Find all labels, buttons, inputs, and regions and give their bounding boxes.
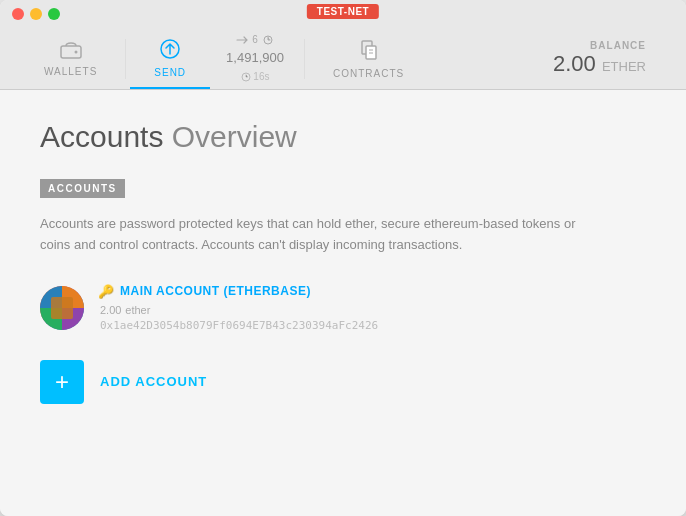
account-avatar	[40, 286, 84, 330]
description-text: Accounts are password protected keys tha…	[40, 214, 600, 256]
network-info: 6 1,491,900 16s	[210, 32, 300, 85]
testnet-badge: TEST-NET	[307, 4, 379, 19]
nav-bar: WALLETS SEND 6	[0, 28, 686, 89]
contracts-label: CONTRACTS	[333, 68, 404, 79]
account-balance-unit: ether	[125, 304, 150, 316]
page-title-rest: Overview	[163, 120, 296, 153]
close-button[interactable]	[12, 8, 24, 20]
balance-currency: ETHER	[602, 59, 646, 74]
titlebar-top: TEST-NET	[0, 0, 686, 28]
account-address: 0x1ae42D3054b8079Ff0694E7B43c230394aFc24…	[98, 319, 378, 332]
nav-item-contracts[interactable]: CONTRACTS	[309, 28, 428, 89]
minimize-button[interactable]	[30, 8, 42, 20]
account-card[interactable]: 🔑 MAIN ACCOUNT (ETHERBASE) 2.00 ether 0x…	[40, 284, 646, 332]
wallets-label: WALLETS	[44, 66, 97, 77]
balance-amount: 2.00 ETHER	[553, 51, 646, 77]
add-account-button[interactable]: +	[40, 360, 84, 404]
add-account-row: + ADD ACCOUNT	[40, 360, 646, 404]
nav-item-wallets[interactable]: WALLETS	[20, 28, 121, 89]
app-window: TEST-NET WALLETS	[0, 0, 686, 516]
page-title-strong: Accounts	[40, 120, 163, 153]
nav-item-send[interactable]: SEND	[130, 28, 210, 89]
section-label: ACCOUNTS	[40, 179, 125, 198]
send-icon	[159, 38, 181, 63]
traffic-lights	[12, 8, 60, 20]
block-number: 1,491,900	[226, 48, 284, 69]
titlebar: TEST-NET WALLETS	[0, 0, 686, 90]
maximize-button[interactable]	[48, 8, 60, 20]
key-icon: 🔑	[98, 284, 114, 299]
contracts-icon	[358, 39, 380, 64]
block-time: 16s	[241, 69, 270, 85]
peers-count: 6	[252, 32, 258, 48]
sync-time: 16s	[253, 71, 269, 82]
account-name: MAIN ACCOUNT (ETHERBASE)	[120, 284, 311, 298]
account-info: 🔑 MAIN ACCOUNT (ETHERBASE) 2.00 ether 0x…	[98, 284, 378, 332]
send-label: SEND	[154, 67, 186, 78]
nav-divider-2	[304, 39, 305, 79]
account-name-row: 🔑 MAIN ACCOUNT (ETHERBASE)	[98, 284, 378, 299]
svg-rect-0	[61, 46, 81, 58]
balance-label: BALANCE	[590, 40, 646, 51]
balance-section: BALANCE 2.00 ETHER	[533, 40, 666, 77]
account-balance-value: 2.00	[100, 304, 121, 316]
svg-point-1	[74, 50, 77, 53]
balance-value: 2.00	[553, 51, 596, 76]
peers-row: 6	[236, 32, 274, 48]
page-title: Accounts Overview	[40, 120, 646, 154]
account-balance: 2.00 ether	[98, 301, 378, 317]
main-content: Accounts Overview ACCOUNTS Accounts are …	[0, 90, 686, 516]
nav-divider-1	[125, 39, 126, 79]
add-account-label: ADD ACCOUNT	[100, 374, 207, 389]
wallets-icon	[60, 41, 82, 62]
